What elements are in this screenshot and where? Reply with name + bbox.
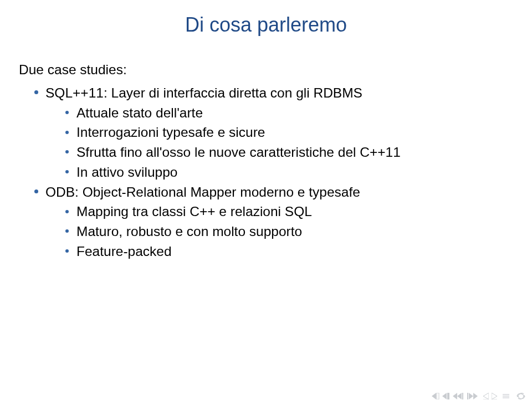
nav-next[interactable] [467,393,478,399]
list-item: ODB: Object-Relational Mapper moderno e … [34,182,513,262]
svg-marker-4 [453,393,457,399]
list-level2: Attuale stato dell'arte Interrogazioni t… [65,103,513,182]
list-level1: SQL++11: Layer di interfaccia diretta co… [34,83,513,262]
slide-body: Due case studies: SQL++11: Layer di inte… [19,60,513,262]
subitem-label: In attivo sviluppo [76,165,178,180]
list-level2: Mapping tra classi C++ e relazioni SQL M… [65,202,513,261]
nav-controls [432,392,526,401]
svg-marker-2 [442,393,447,399]
svg-rect-1 [437,393,439,399]
svg-rect-6 [462,393,463,399]
svg-marker-5 [457,393,462,399]
svg-marker-10 [483,393,489,399]
nav-next-line[interactable] [492,393,497,399]
intro-text: Due case studies: [19,60,513,80]
slide-title: Di cosa parleremo [0,13,532,37]
list-item: Attuale stato dell'arte [65,103,513,123]
list-item: SQL++11: Layer di interfaccia diretta co… [34,83,513,182]
svg-rect-7 [467,393,468,399]
list-item: Sfrutta fino all'osso le nuove caratteri… [65,142,513,162]
item-label: ODB: Object-Relational Mapper moderno e … [45,184,360,199]
list-item: Interrogazioni typesafe e sicure [65,122,513,142]
nav-prev-section[interactable] [442,393,450,399]
svg-marker-8 [469,393,473,399]
subitem-label: Feature-packed [76,244,172,259]
svg-marker-9 [473,393,478,399]
svg-marker-0 [432,393,436,399]
nav-first[interactable] [432,393,439,399]
subitem-label: Interrogazioni typesafe e sicure [76,125,265,140]
slide: Di cosa parleremo Due case studies: SQL+… [0,0,532,405]
nav-equiv-icon[interactable] [503,393,509,399]
subitem-label: Sfrutta fino all'osso le nuove caratteri… [76,145,401,160]
list-item: Maturo, robusto e con molto supporto [65,222,513,242]
svg-rect-3 [447,393,449,399]
subitem-label: Maturo, robusto e con molto supporto [76,224,302,239]
svg-marker-12 [492,393,497,399]
subitem-label: Attuale stato dell'arte [76,105,203,120]
nav-prev-line[interactable] [483,393,489,399]
nav-prev[interactable] [453,393,464,399]
list-item: In attivo sviluppo [65,162,513,182]
item-label: SQL++11: Layer di interfaccia diretta co… [45,85,362,100]
list-item: Mapping tra classi C++ e relazioni SQL [65,202,513,222]
subitem-label: Mapping tra classi C++ e relazioni SQL [76,204,312,219]
nav-refresh[interactable] [515,392,526,401]
list-item: Feature-packed [65,242,513,262]
